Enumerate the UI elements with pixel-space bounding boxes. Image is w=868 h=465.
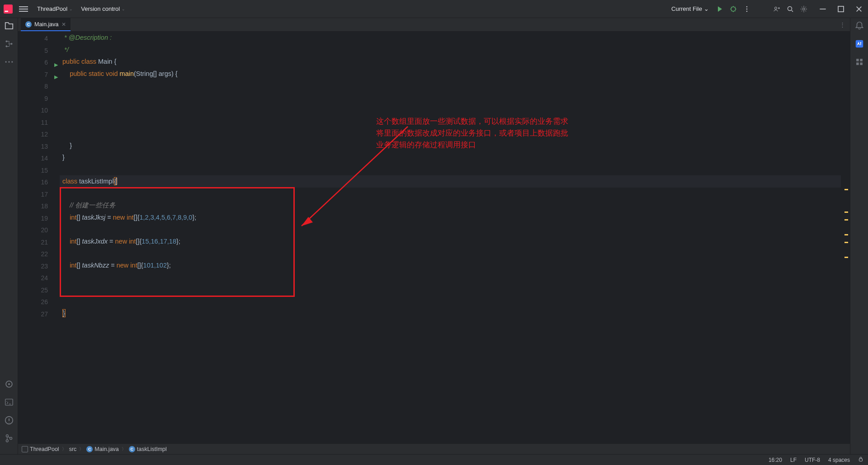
code-text: new (113, 214, 125, 221)
line-number: 27 (18, 308, 60, 320)
notifications-tool-icon[interactable] (854, 21, 864, 31)
project-menu[interactable]: ThreadPool ⌄ (34, 4, 75, 14)
current-line: class taskListImpl{ (60, 175, 841, 188)
ai-assist-tool-icon[interactable] (854, 39, 864, 49)
tab-main-java[interactable]: C Main.java ✕ (21, 18, 71, 31)
svg-point-14 (8, 61, 9, 62)
git-tool-icon[interactable] (4, 433, 14, 443)
code-text: taskListImpl (79, 178, 114, 185)
breadcrumb-text: src (69, 446, 77, 452)
chevron-right-icon: 〉 (122, 446, 126, 452)
project-tool-icon[interactable] (4, 21, 14, 31)
ide-settings-icon[interactable] (798, 4, 809, 14)
vcs-menu[interactable]: Version control ⌄ (78, 4, 128, 14)
svg-point-7 (788, 6, 792, 10)
caret (117, 178, 117, 185)
status-indent[interactable]: 4 spaces (828, 457, 850, 463)
code-text: class (81, 58, 96, 65)
code-text: taskJksj (82, 214, 106, 221)
chevron-right-icon: 〉 (79, 446, 84, 452)
svg-point-17 (8, 383, 9, 385)
window-close-button[interactable] (854, 4, 864, 14)
code-text: { (112, 58, 116, 65)
svg-point-4 (746, 8, 748, 9)
structure-tool-icon[interactable] (4, 39, 14, 49)
svg-rect-0 (4, 5, 13, 14)
main-menu-icon[interactable] (19, 5, 28, 14)
line-number: 13 (18, 141, 60, 153)
line-number: 15 (18, 164, 60, 177)
code-text: Main (98, 58, 112, 65)
svg-rect-26 (856, 59, 859, 61)
code-text: taskNbzz (82, 262, 109, 269)
editor-tabs: C Main.java ✕ ⋮ (18, 18, 850, 32)
problems-tool-icon[interactable] (4, 415, 14, 425)
run-config-dropdown[interactable]: Current File ⌄ (669, 4, 712, 14)
vcs-label: Version control (81, 5, 120, 12)
line-number: 8 (18, 80, 60, 93)
svg-rect-30 (859, 459, 863, 461)
code-text: } (62, 154, 65, 161)
line-number: 21 (18, 236, 60, 249)
code-text: (String[] args) { (134, 70, 178, 77)
terminal-tool-icon[interactable] (4, 397, 14, 407)
breadcrumb-src[interactable]: src (69, 446, 77, 452)
code-with-me-icon[interactable] (771, 4, 782, 14)
breadcrumb-root[interactable]: ThreadPool (22, 446, 59, 452)
window-minimize-button[interactable] (817, 4, 828, 14)
svg-rect-27 (860, 59, 863, 61)
line-number: 18 (18, 200, 60, 212)
code-text: public (62, 58, 80, 65)
run-config-label: Current File (671, 5, 702, 12)
code-text: int (70, 214, 76, 221)
status-encoding[interactable]: UTF-8 (805, 457, 820, 463)
breadcrumb-file[interactable]: C Main.java (86, 446, 119, 452)
line-number: 7▶ (18, 69, 60, 81)
editor-scrollbar-markers[interactable] (841, 32, 850, 443)
line-number: 19 (18, 212, 60, 225)
line-number: 11 (18, 117, 60, 129)
editor[interactable]: ⚠ 4 ︿ ﹀ 4 5 6▶ 7▶ 8 9 10 11 12 13 14 (18, 32, 850, 443)
line-number: 5 (18, 45, 60, 57)
code-text: } (70, 142, 72, 149)
left-tool-strip (0, 18, 18, 454)
close-tab-icon[interactable]: ✕ (61, 21, 66, 28)
svg-point-13 (5, 61, 6, 62)
right-tool-strip (850, 18, 868, 454)
window-maximize-button[interactable] (835, 4, 846, 14)
more-tool-icon[interactable] (4, 57, 14, 67)
line-number: 9 (18, 93, 60, 105)
status-line-sep[interactable]: LF (790, 457, 797, 463)
tab-label: Main.java (34, 21, 59, 28)
code-text: new (115, 238, 127, 245)
tab-options-icon[interactable]: ⋮ (835, 18, 850, 31)
breadcrumb-class[interactable]: C taskListImpl (129, 446, 167, 452)
line-number: 14 (18, 152, 60, 164)
code-area[interactable]: * @Description : */ public class Main { … (60, 32, 841, 443)
menubar: ThreadPool ⌄ Version control ⌄ Current F… (0, 0, 868, 18)
svg-point-5 (746, 10, 748, 12)
line-number: 12 (18, 128, 60, 141)
run-button[interactable] (714, 4, 725, 14)
svg-rect-25 (855, 40, 863, 48)
code-text: void (106, 70, 118, 77)
readonly-lock-icon[interactable] (858, 456, 863, 463)
line-gutter: 4 5 6▶ 7▶ 8 9 10 11 12 13 14 15 16 17 18… (18, 32, 60, 443)
svg-point-15 (11, 61, 13, 62)
status-cursor-position[interactable]: 16:20 (769, 457, 782, 463)
svg-rect-28 (856, 62, 859, 65)
more-actions-icon[interactable] (741, 4, 752, 14)
code-text: // 创建一些任务 (70, 202, 116, 209)
code-text: int (128, 262, 137, 269)
database-tool-icon[interactable] (854, 57, 864, 67)
breadcrumb-text: taskListImpl (137, 446, 167, 452)
svg-point-22 (9, 437, 12, 440)
chevron-down-icon: ⌄ (69, 7, 73, 11)
code-text: * @Description : (62, 34, 112, 41)
search-everywhere-icon[interactable] (785, 4, 796, 14)
svg-rect-29 (860, 62, 863, 65)
debug-button[interactable] (728, 4, 739, 14)
build-tool-icon[interactable] (4, 379, 14, 389)
breadcrumb-text: ThreadPool (30, 446, 59, 452)
java-class-icon: C (129, 446, 135, 452)
